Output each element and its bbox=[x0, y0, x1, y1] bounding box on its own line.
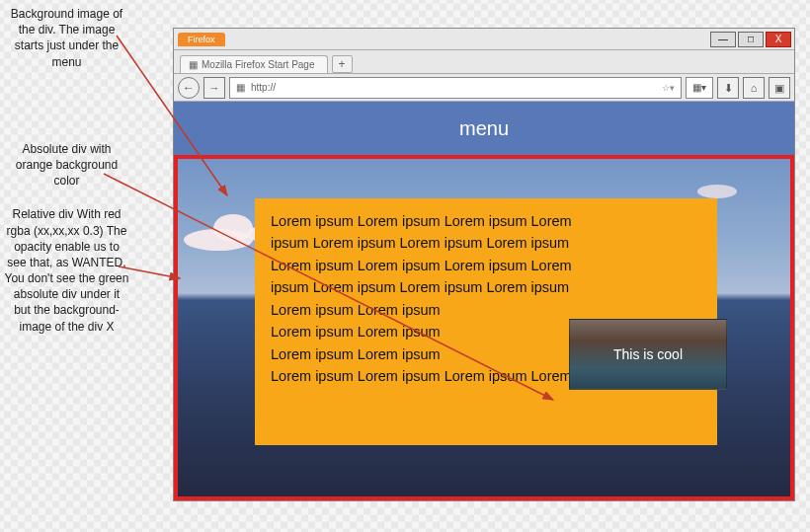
nav-toolbar: ← → ▦ http:// ☆▾ ▦▾ ⬇ ⌂ ▣ bbox=[174, 74, 794, 102]
page-viewport: menu Lorem ipsum Lorem ipsum Lorem ipsum… bbox=[174, 102, 794, 500]
menu-label: menu bbox=[459, 117, 509, 140]
browser-window: Firefox ― □ X ▦ Mozilla Firefox Start Pa… bbox=[173, 28, 795, 501]
lorem-line: Lorem ipsum Lorem ipsum Lorem ipsum Lore… bbox=[271, 210, 701, 232]
url-input[interactable]: ▦ http:// ☆▾ bbox=[229, 77, 682, 99]
lorem-line: Lorem ipsum Lorem ipsum bbox=[271, 299, 701, 321]
lorem-line: ipsum Lorem ipsum Lorem ipsum Lorem ipsu… bbox=[271, 232, 701, 254]
firefox-badge: Firefox bbox=[178, 33, 225, 46]
close-button[interactable]: X bbox=[766, 32, 791, 47]
minimize-button[interactable]: ― bbox=[710, 32, 736, 47]
cool-image-box: This is cool bbox=[569, 319, 727, 390]
tab-favicon-icon: ▦ bbox=[189, 59, 198, 70]
annotation-bg-image: Background image of the div. The image s… bbox=[4, 6, 129, 70]
annotation-red-div: Relative div With red rgba (xx,xx,xx 0.3… bbox=[4, 206, 129, 335]
lorem-line: Lorem ipsum Lorem ipsum Lorem ipsum Lore… bbox=[271, 255, 701, 276]
downloads-button[interactable]: ⬇ bbox=[717, 77, 739, 99]
download-icon: ⬇ bbox=[724, 82, 733, 94]
globe-icon: ▦ bbox=[236, 82, 245, 93]
tab-strip: ▦ Mozilla Firefox Start Page + bbox=[174, 50, 794, 74]
forward-button[interactable]: → bbox=[203, 77, 225, 99]
new-tab-button[interactable]: + bbox=[332, 55, 353, 73]
feed-icon: ▣ bbox=[774, 82, 784, 94]
orange-absolute-div: Lorem ipsum Lorem ipsum Lorem ipsum Lore… bbox=[255, 198, 717, 445]
cool-caption: This is cool bbox=[613, 346, 683, 362]
bookmark-star-icon[interactable]: ☆▾ bbox=[662, 83, 675, 93]
lorem-line: ipsum Lorem ipsum Lorem ipsum Lorem ipsu… bbox=[271, 276, 701, 298]
back-button[interactable]: ← bbox=[178, 77, 200, 99]
url-text: http:// bbox=[251, 82, 276, 93]
search-box[interactable]: ▦▾ bbox=[686, 77, 713, 99]
annotation-orange-div: Absolute div with orange background colo… bbox=[4, 141, 129, 190]
titlebar: Firefox ― □ X bbox=[174, 29, 794, 50]
window-controls: ― □ X bbox=[710, 32, 791, 47]
red-relative-div: Lorem ipsum Lorem ipsum Lorem ipsum Lore… bbox=[174, 155, 794, 500]
search-icon: ▦▾ bbox=[692, 82, 706, 93]
home-button[interactable]: ⌂ bbox=[743, 77, 765, 99]
maximize-button[interactable]: □ bbox=[738, 32, 764, 47]
tab-start-page[interactable]: ▦ Mozilla Firefox Start Page bbox=[180, 55, 328, 73]
tab-label: Mozilla Firefox Start Page bbox=[202, 59, 315, 70]
feed-button[interactable]: ▣ bbox=[769, 77, 790, 99]
menu-bar[interactable]: menu bbox=[174, 102, 794, 155]
annotation-column: Background image of the div. The image s… bbox=[0, 0, 133, 352]
